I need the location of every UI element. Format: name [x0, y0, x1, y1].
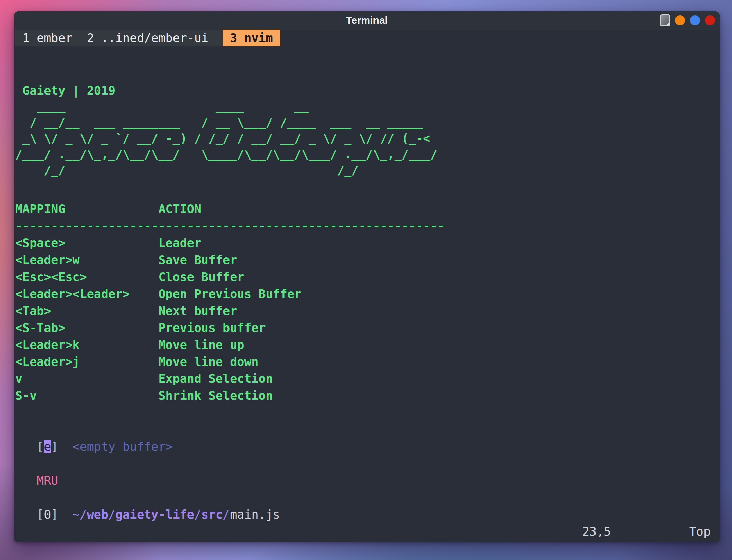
action-cell: Move line down: [158, 355, 258, 369]
tab-ember-ui[interactable]: 2 ..ined/ember-ui: [87, 30, 208, 46]
cursor-position: 23,5: [582, 525, 611, 538]
action-cell: Expand Selection: [158, 372, 273, 386]
window-controls: [660, 11, 715, 30]
banner-title: Gaiety | 2019: [15, 84, 115, 97]
divider-line: ----------------------------------------…: [15, 219, 444, 233]
mapping-row: <Leader>kMove line up: [15, 336, 720, 353]
cursor-block: e: [44, 440, 51, 453]
blank-line: [14, 455, 720, 472]
action-cell: Save Buffer: [158, 253, 237, 267]
mapping-row: vExpand Selection: [15, 370, 720, 387]
minimize-button[interactable]: [675, 15, 685, 25]
mapping-rows: <Space>Leader<Leader>wSave Buffer<Esc><E…: [15, 235, 720, 404]
scroll-position: Top: [689, 523, 711, 540]
action-header: ACTION: [158, 202, 201, 216]
mapping-cell: <Leader>w: [15, 251, 158, 268]
path-segment-file: main.js: [230, 508, 280, 521]
mapping-cell: <Leader><Leader>: [15, 285, 158, 302]
mru-section-label: MRU: [14, 472, 720, 489]
mapping-row: S-vShrink Selection: [15, 387, 720, 404]
path-segment-sep: /: [223, 508, 230, 521]
startify-lists: [e]<empty buffer> MRU [0]~/web/gaiety-li…: [14, 438, 720, 523]
mapping-row: <Space>Leader: [15, 235, 720, 251]
table-divider: ----------------------------------------…: [15, 218, 720, 235]
empty-buffer-entry[interactable]: [e]<empty buffer>: [14, 438, 720, 455]
mapping-cell: <Leader>j: [15, 353, 158, 370]
mapping-row: <S-Tab>Previous buffer: [15, 319, 720, 336]
mapping-row: <Esc><Esc>Close Buffer: [15, 268, 720, 285]
mapping-row: <Leader><Leader>Open Previous Buffer: [15, 285, 720, 302]
tmux-status-bar: 1 ember 2 ..ined/ember-ui3 nvim: [14, 30, 720, 46]
path-segment-sep: /: [194, 508, 201, 521]
mapping-table-header: MAPPINGACTION: [15, 201, 720, 218]
path-segment-dir: gaiety-life: [115, 508, 194, 521]
action-cell: Previous buffer: [158, 321, 266, 335]
path-segment-sep: /: [108, 508, 115, 521]
mapping-header: MAPPING: [15, 201, 158, 218]
terminal-content[interactable]: Gaiety | 2019 ____ ____ __ / __/__ ___ _…: [14, 83, 720, 523]
desktop-wallpaper: Terminal 1 ember 2 ..ined/ember-ui3 nvim…: [0, 0, 732, 560]
action-cell: Next buffer: [158, 304, 237, 318]
terminal-window: Terminal 1 ember 2 ..ined/ember-ui3 nvim…: [14, 11, 720, 542]
mapping-cell: v: [15, 370, 158, 387]
maximize-button[interactable]: [690, 15, 700, 25]
titlebar[interactable]: Terminal: [14, 11, 720, 30]
mapping-cell: <Esc><Esc>: [15, 268, 158, 285]
mru-entry-path: ~/web/gaiety-life/src/main.js: [73, 508, 280, 521]
close-button[interactable]: [705, 15, 715, 25]
mru-entry[interactable]: [0]~/web/gaiety-life/src/main.js: [14, 506, 720, 523]
mapping-cell: <Space>: [15, 235, 158, 251]
tab-separator: [73, 30, 87, 46]
path-segment-dir: web: [87, 508, 108, 521]
path-segment-dir: src: [201, 508, 223, 521]
bracket-close: ]: [51, 440, 58, 453]
bracket-open: [: [37, 440, 44, 453]
blank-line: [14, 489, 720, 506]
action-cell: Move line up: [158, 338, 244, 352]
action-cell: Close Buffer: [158, 270, 244, 284]
mapping-table: MAPPINGACTION --------------------------…: [14, 201, 720, 404]
app-icon[interactable]: [660, 14, 670, 26]
mapping-row: <Tab>Next buffer: [15, 302, 720, 319]
ascii-art: ____ ____ __ / __/__ ___ ________ / __ \…: [15, 100, 437, 177]
mapping-cell: <Leader>k: [15, 336, 158, 353]
mru-entry-index: [0]: [37, 508, 58, 521]
mapping-cell: S-v: [15, 387, 158, 404]
action-cell: Shrink Selection: [158, 389, 273, 403]
tab-nvim-active[interactable]: 3 nvim: [223, 30, 280, 46]
mapping-row: <Leader>wSave Buffer: [15, 251, 720, 268]
action-cell: Open Previous Buffer: [158, 287, 301, 301]
empty-buffer-label: <empty buffer>: [73, 440, 173, 453]
window-title: Terminal: [14, 11, 720, 30]
mapping-cell: <Tab>: [15, 302, 158, 319]
mapping-cell: <S-Tab>: [15, 319, 158, 336]
path-segment-sep: ~/: [73, 508, 87, 521]
action-cell: Leader: [158, 236, 201, 250]
tab-ember[interactable]: 1 ember: [22, 30, 73, 46]
vim-statusline: 23,5Top: [582, 523, 720, 540]
mapping-row: <Leader>jMove line down: [15, 353, 720, 370]
startify-banner: Gaiety | 2019 ____ ____ __ / __/__ ___ _…: [14, 83, 720, 179]
